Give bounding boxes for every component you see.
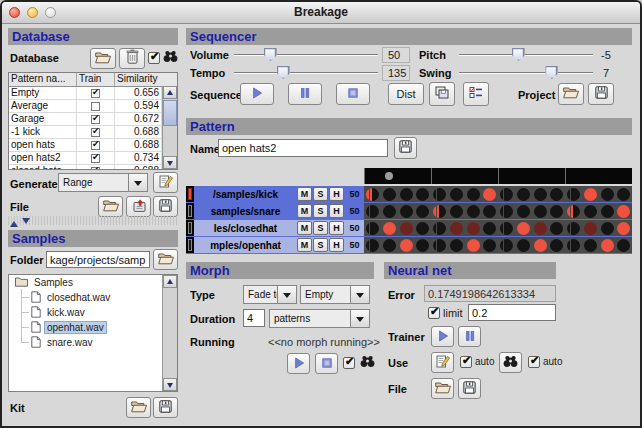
step-cell[interactable]	[565, 237, 582, 253]
database-file-save-button[interactable]	[153, 196, 178, 217]
step-cell[interactable]	[548, 186, 565, 202]
titlebar[interactable]: Breakage	[2, 2, 640, 24]
step-cell[interactable]	[515, 186, 532, 202]
step-cell[interactable]	[414, 237, 431, 253]
database-filter-checkbox[interactable]	[148, 52, 160, 64]
table-row[interactable]: Garage0.672	[9, 113, 177, 126]
limit-value-input[interactable]	[468, 304, 556, 321]
step-cell[interactable]	[599, 203, 616, 219]
folder-path-input[interactable]	[46, 251, 150, 268]
combo-arrow-button[interactable]	[277, 285, 297, 304]
trainer-play-button[interactable]	[431, 326, 454, 347]
step-cell[interactable]	[498, 220, 515, 236]
tree-item[interactable]: kick.wav	[9, 305, 177, 320]
tree-root-item[interactable]: Samples	[9, 275, 177, 290]
train-checkbox[interactable]	[91, 154, 100, 163]
step-cell[interactable]	[431, 203, 448, 219]
database-file-export-button[interactable]	[126, 196, 151, 217]
neural-file-open-button[interactable]	[431, 378, 454, 399]
mute-button[interactable]: M	[297, 238, 312, 252]
slider-thumb[interactable]	[277, 66, 290, 79]
step-cell[interactable]	[364, 220, 381, 236]
step-cell[interactable]	[615, 220, 632, 236]
database-file-open-button[interactable]	[98, 196, 123, 217]
step-cell[interactable]	[481, 237, 498, 253]
kit-open-button[interactable]	[126, 397, 151, 418]
step-cell[interactable]	[565, 203, 582, 219]
track-label-block[interactable]: mples/openhatMSH50	[194, 237, 364, 253]
mute-button[interactable]: M	[297, 187, 312, 201]
use-edit-button[interactable]	[431, 352, 454, 373]
collapse-down-icon[interactable]	[22, 218, 30, 228]
morph-checkbox[interactable]	[343, 357, 355, 369]
step-cell[interactable]	[431, 237, 448, 253]
column-train[interactable]: Train	[77, 73, 115, 86]
track-name[interactable]: mples/openhat	[194, 240, 297, 251]
dist-button[interactable]: Dist	[388, 83, 424, 105]
step-cell[interactable]	[448, 237, 465, 253]
slider-thumb[interactable]	[545, 66, 558, 79]
slider-thumb[interactable]	[512, 48, 525, 61]
scroll-up-button[interactable]	[163, 275, 177, 288]
combo-arrow-button[interactable]	[128, 173, 148, 192]
step-cell[interactable]	[532, 220, 549, 236]
solo-button[interactable]: S	[313, 221, 328, 235]
step-cell[interactable]	[414, 203, 431, 219]
table-scrollbar[interactable]	[162, 86, 177, 169]
table-row[interactable]: Empty0.656	[9, 87, 177, 100]
step-cell[interactable]	[398, 237, 415, 253]
step-cell[interactable]	[364, 203, 381, 219]
step-cell[interactable]	[548, 203, 565, 219]
step-cell[interactable]	[381, 186, 398, 202]
pattern-name-input[interactable]	[218, 139, 388, 157]
step-cell[interactable]	[448, 186, 465, 202]
solo-button[interactable]: S	[313, 187, 328, 201]
step-cell[interactable]	[398, 186, 415, 202]
step-cell[interactable]	[515, 237, 532, 253]
step-cell[interactable]	[381, 220, 398, 236]
step-cell[interactable]	[515, 203, 532, 219]
database-open-button[interactable]	[90, 48, 116, 69]
pitch-slider[interactable]	[459, 46, 593, 63]
step-cell[interactable]	[364, 237, 381, 253]
step-cell[interactable]	[599, 186, 616, 202]
hold-button[interactable]: H	[329, 238, 344, 252]
train-checkbox[interactable]	[91, 167, 100, 171]
folder-browse-button[interactable]	[153, 249, 178, 270]
pattern-list-button[interactable]	[463, 82, 489, 106]
scroll-down-button[interactable]	[163, 156, 177, 169]
stop-button[interactable]	[336, 83, 370, 105]
step-cell[interactable]	[431, 220, 448, 236]
step-cell[interactable]	[599, 220, 616, 236]
step-cell[interactable]	[481, 186, 498, 202]
project-save-button[interactable]	[588, 83, 614, 105]
neural-file-save-button[interactable]	[458, 378, 481, 399]
samples-tree[interactable]: Samples closedhat.wavkick.wavopenhat.wav…	[8, 274, 178, 392]
morph-search-button[interactable]	[359, 356, 375, 370]
column-pattern-name[interactable]: Pattern na...	[9, 73, 77, 86]
step-cell[interactable]	[465, 220, 482, 236]
scroll-down-button[interactable]	[163, 378, 177, 391]
mute-button[interactable]: M	[297, 221, 312, 235]
morph-stop-button[interactable]	[315, 353, 338, 374]
step-cell[interactable]	[532, 203, 549, 219]
swing-slider[interactable]	[459, 64, 593, 81]
pause-button[interactable]	[288, 83, 322, 105]
train-checkbox[interactable]	[91, 89, 100, 98]
step-cell[interactable]	[364, 186, 381, 202]
hold-button[interactable]: H	[329, 204, 344, 218]
step-cell[interactable]	[565, 220, 582, 236]
step-cell[interactable]	[582, 220, 599, 236]
splitpane-divider[interactable]	[8, 216, 178, 225]
train-checkbox[interactable]	[91, 128, 100, 137]
step-cell[interactable]	[465, 203, 482, 219]
combo-arrow-button[interactable]	[350, 309, 370, 328]
use-auto2-checkbox[interactable]	[528, 356, 540, 368]
step-cell[interactable]	[548, 237, 565, 253]
pattern-database-table[interactable]: Pattern na... Train Similarity Empty0.65…	[8, 72, 178, 170]
hold-button[interactable]: H	[329, 221, 344, 235]
step-cell[interactable]	[398, 203, 415, 219]
track-name[interactable]: les/closedhat	[194, 223, 297, 234]
step-cell[interactable]	[582, 203, 599, 219]
step-cell[interactable]	[448, 220, 465, 236]
